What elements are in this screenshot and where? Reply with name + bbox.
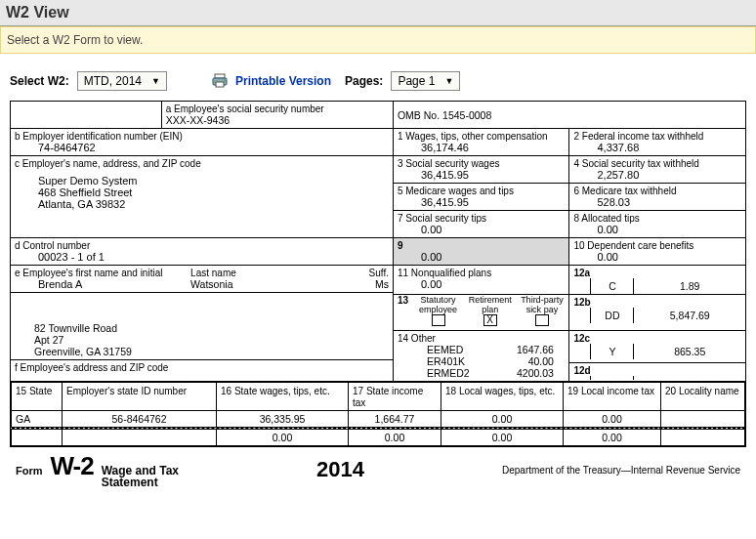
box12d-label: 12d bbox=[569, 363, 745, 376]
employer-name: Super Demo System bbox=[15, 169, 389, 187]
box11-label: 11 Nonqualified plans bbox=[398, 268, 566, 278]
box14-r1b: 1647.66 bbox=[495, 344, 554, 355]
box12b-amt: 5,847.69 bbox=[634, 308, 745, 323]
ssn-value: XXX-XX-9436 bbox=[166, 114, 389, 126]
form-year: 2014 bbox=[316, 457, 364, 482]
suffix-label: Suff. bbox=[354, 268, 389, 278]
box12a-label: 12a bbox=[569, 266, 745, 278]
box16-value: 36,335.95 bbox=[217, 411, 349, 428]
last-name: Watsonia bbox=[190, 278, 346, 290]
box18-label: 18 Local wages, tips, etc. bbox=[445, 386, 555, 396]
box15-id: 56-8464762 bbox=[63, 411, 217, 428]
emp-addr2: Apt 27 bbox=[34, 334, 389, 346]
header-bar: W2 View bbox=[0, 0, 756, 26]
box4-value: 2,257.80 bbox=[573, 169, 741, 181]
ein-value: 74-8464762 bbox=[15, 142, 389, 153]
box5-value: 36,415.95 bbox=[398, 196, 566, 208]
box16-label: 16 State wages, tips, etc. bbox=[221, 386, 330, 396]
box12a-amt: 1.89 bbox=[634, 278, 745, 294]
select-w2-dropdown[interactable]: MTD, 2014 ▼ bbox=[77, 71, 167, 91]
box13-label: 13 bbox=[398, 295, 409, 328]
box12d-amt bbox=[634, 376, 745, 380]
select-w2-value: MTD, 2014 bbox=[84, 74, 142, 88]
box6-label: 6 Medicare tax withheld bbox=[573, 186, 741, 196]
box1-label: 1 Wages, tips, other compensation bbox=[398, 131, 566, 142]
box-a-label: a Employee's social security number bbox=[166, 104, 389, 114]
box7-value: 0.00 bbox=[398, 224, 566, 235]
box9-label: 9 bbox=[398, 240, 566, 251]
box14-r3a: ERMED2 bbox=[427, 367, 495, 379]
box14-r2a: ER401K bbox=[427, 355, 495, 367]
box17-zero: 0.00 bbox=[349, 430, 441, 446]
box9-value: 0.00 bbox=[398, 251, 566, 263]
box12c-label: 12c bbox=[569, 331, 745, 344]
page-value: Page 1 bbox=[398, 74, 435, 88]
box19-zero: 0.00 bbox=[564, 430, 661, 446]
box12c-code: Y bbox=[591, 344, 634, 359]
box5-label: 5 Medicare wages and tips bbox=[398, 186, 566, 196]
box15-id-label: Employer's state ID number bbox=[66, 386, 187, 396]
svg-rect-0 bbox=[215, 74, 225, 78]
box17-value: 1,664.77 bbox=[349, 411, 441, 428]
message-bar: Select a W2 Form to view. bbox=[0, 26, 756, 54]
box7-label: 7 Social security tips bbox=[398, 213, 566, 224]
box13-stat-check bbox=[432, 314, 445, 326]
controls-bar: Select W2: MTD, 2014 ▼ Printable Version… bbox=[0, 67, 756, 101]
emp-addr1: 82 Townville Road bbox=[34, 322, 389, 334]
box-e-label: e Employee's first name and initial bbox=[15, 268, 183, 278]
box13-stat-label: Statutory employee bbox=[415, 295, 461, 312]
control-value: 00023 - 1 of 1 bbox=[15, 251, 389, 263]
box6-value: 528.03 bbox=[573, 196, 741, 208]
box3-value: 36,415.95 bbox=[398, 169, 566, 181]
box-b-label: b Employer identification number (EIN) bbox=[15, 131, 389, 142]
box19-label: 19 Local income tax bbox=[567, 386, 654, 396]
suffix: Ms bbox=[354, 278, 389, 290]
box-d-label: d Control number bbox=[15, 240, 389, 251]
form-footer: Form W-2 Wage and Tax Statement 2014 Dep… bbox=[10, 447, 746, 492]
box19-value: 0.00 bbox=[564, 411, 661, 428]
form-w2-code: W-2 bbox=[51, 451, 94, 481]
box8-value: 0.00 bbox=[573, 224, 741, 235]
box10-value: 0.00 bbox=[573, 251, 741, 263]
box13-sick-check bbox=[535, 314, 549, 326]
form-label: Form bbox=[16, 465, 43, 477]
pages-label: Pages: bbox=[345, 74, 383, 88]
page-dropdown[interactable]: Page 1 ▼ bbox=[391, 71, 460, 91]
omb-number: OMB No. 1545-0008 bbox=[398, 109, 491, 121]
box20-label: 20 Locality name bbox=[665, 386, 739, 396]
svg-rect-2 bbox=[216, 82, 224, 87]
employer-addr1: 468 Sheffield Street bbox=[15, 187, 389, 198]
box3-label: 3 Social security wages bbox=[398, 158, 566, 169]
box14-r2b: 40.00 bbox=[495, 355, 554, 367]
box12b-code: DD bbox=[591, 308, 634, 323]
box1-value: 36,174.46 bbox=[398, 142, 566, 153]
box13-ret-label: Retirement plan bbox=[467, 295, 513, 312]
employer-addr2: Atlanta, GA 39832 bbox=[15, 198, 389, 210]
irs-label: Department of the Treasury—Internal Reve… bbox=[502, 465, 740, 476]
w2-form: a Employee's social security number XXX-… bbox=[0, 101, 756, 492]
printer-icon[interactable] bbox=[212, 73, 228, 89]
emp-addr3: Greenville, GA 31759 bbox=[34, 346, 389, 357]
box15-label: 15 State bbox=[16, 386, 52, 396]
box2-label: 2 Federal income tax withheld bbox=[573, 131, 741, 142]
box16-zero: 0.00 bbox=[217, 430, 349, 446]
box17-label: 17 State income tax bbox=[353, 386, 423, 408]
box18-value: 0.00 bbox=[441, 411, 564, 428]
box14-r1a: EEMED bbox=[427, 344, 495, 355]
first-name: Brenda A bbox=[15, 278, 183, 290]
box-c-label: c Employer's name, address, and ZIP code bbox=[15, 158, 389, 169]
box13-ret-check: X bbox=[483, 314, 497, 326]
box12d-code bbox=[591, 376, 634, 380]
last-name-label: Last name bbox=[190, 268, 346, 278]
box4-label: 4 Social security tax withheld bbox=[573, 158, 741, 169]
box14-r3b: 4200.03 bbox=[495, 367, 554, 379]
box13-sick-label: Third-party sick pay bbox=[519, 295, 565, 312]
box11-value: 0.00 bbox=[398, 278, 566, 290]
chevron-down-icon: ▼ bbox=[151, 76, 160, 86]
box12b-label: 12b bbox=[569, 295, 745, 308]
box2-value: 4,337.68 bbox=[573, 142, 741, 153]
svg-point-3 bbox=[224, 79, 226, 81]
printable-version-link[interactable]: Printable Version bbox=[235, 74, 331, 88]
box15-state: GA bbox=[12, 411, 63, 428]
box12c-amt: 865.35 bbox=[634, 344, 745, 359]
